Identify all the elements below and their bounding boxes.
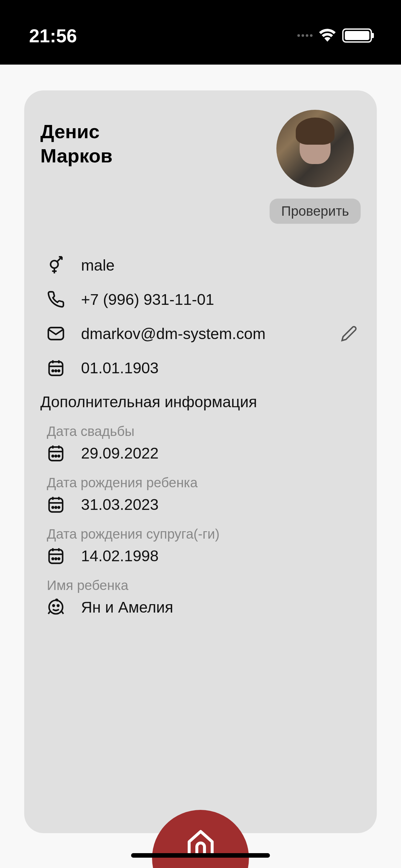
- svg-rect-21: [49, 498, 63, 512]
- svg-point-27: [58, 507, 60, 508]
- profile-name: Денис Марков: [40, 110, 113, 168]
- svg-point-34: [58, 558, 60, 560]
- phone-icon: [47, 290, 65, 308]
- battery-icon: [342, 28, 372, 42]
- svg-point-12: [55, 370, 57, 372]
- additional-info-title: Дополнительная информация: [40, 393, 361, 411]
- svg-point-25: [52, 507, 54, 508]
- svg-point-0: [51, 260, 58, 268]
- birthdate-row: 01.01.1903: [47, 359, 361, 377]
- profile-card: Денис Марков Проверить: [24, 90, 377, 833]
- wifi-icon: [318, 28, 336, 43]
- verify-button[interactable]: Проверить: [270, 198, 361, 224]
- svg-point-13: [58, 370, 60, 372]
- avatar-section: Проверить: [270, 110, 361, 224]
- svg-point-33: [55, 558, 57, 560]
- svg-rect-14: [49, 447, 63, 461]
- svg-rect-28: [49, 550, 63, 563]
- status-time: 21:56: [29, 25, 77, 46]
- status-bar: 21:56: [0, 0, 401, 65]
- email-icon: [47, 324, 65, 343]
- spouse-birth-value: 14.02.1998: [81, 547, 158, 565]
- svg-rect-7: [49, 362, 63, 375]
- child-birth-row: 31.03.2023: [40, 495, 361, 514]
- home-button[interactable]: [152, 810, 249, 868]
- wedding-date-row: 29.09.2022: [40, 444, 361, 462]
- birthdate-value: 01.01.1903: [81, 359, 158, 377]
- child-name-row: Ян и Амелия: [40, 598, 361, 616]
- child-name-value: Ян и Амелия: [81, 598, 174, 616]
- svg-point-26: [55, 507, 57, 508]
- home-indicator: [131, 853, 270, 858]
- edit-email-button[interactable]: [341, 325, 358, 342]
- last-name: Марков: [40, 144, 113, 168]
- svg-point-32: [52, 558, 54, 560]
- avatar[interactable]: [276, 110, 354, 187]
- gender-row: male: [47, 256, 361, 274]
- child-name-label: Имя ребенка: [40, 578, 361, 593]
- svg-point-11: [52, 370, 54, 372]
- svg-point-37: [58, 605, 59, 607]
- cellular-dots-icon: [297, 34, 312, 37]
- gender-icon: [47, 256, 65, 274]
- content-area: Денис Марков Проверить: [0, 65, 401, 833]
- calendar-icon: [47, 359, 65, 377]
- svg-point-20: [58, 455, 60, 457]
- phone-value: +7 (996) 931-11-01: [81, 290, 214, 308]
- calendar-icon: [47, 547, 65, 565]
- card-header: Денис Марков Проверить: [40, 110, 361, 224]
- svg-point-35: [49, 600, 63, 614]
- gender-value: male: [81, 256, 115, 274]
- svg-point-18: [52, 455, 54, 457]
- calendar-icon: [47, 444, 65, 462]
- info-list: male +7 (996) 931-11-01 dmarkov@dm-: [40, 256, 361, 377]
- phone-row: +7 (996) 931-11-01: [47, 290, 361, 308]
- child-birth-value: 31.03.2023: [81, 496, 158, 514]
- status-indicators: [297, 28, 372, 43]
- wedding-date-value: 29.09.2022: [81, 444, 158, 462]
- child-birth-label: Дата рождения ребенка: [40, 475, 361, 491]
- first-name: Денис: [40, 120, 113, 144]
- svg-point-19: [55, 455, 57, 457]
- spouse-birth-row: 14.02.1998: [40, 547, 361, 565]
- bottom-nav: [0, 810, 401, 868]
- calendar-icon: [47, 495, 65, 514]
- baby-icon: [47, 598, 65, 616]
- email-value: dmarkov@dm-system.com: [81, 325, 266, 343]
- svg-point-36: [53, 605, 55, 607]
- spouse-birth-label: Дата рождения супруга(-ги): [40, 526, 361, 542]
- wedding-date-label: Дата свадьбы: [40, 424, 361, 439]
- email-row: dmarkov@dm-system.com: [47, 324, 361, 343]
